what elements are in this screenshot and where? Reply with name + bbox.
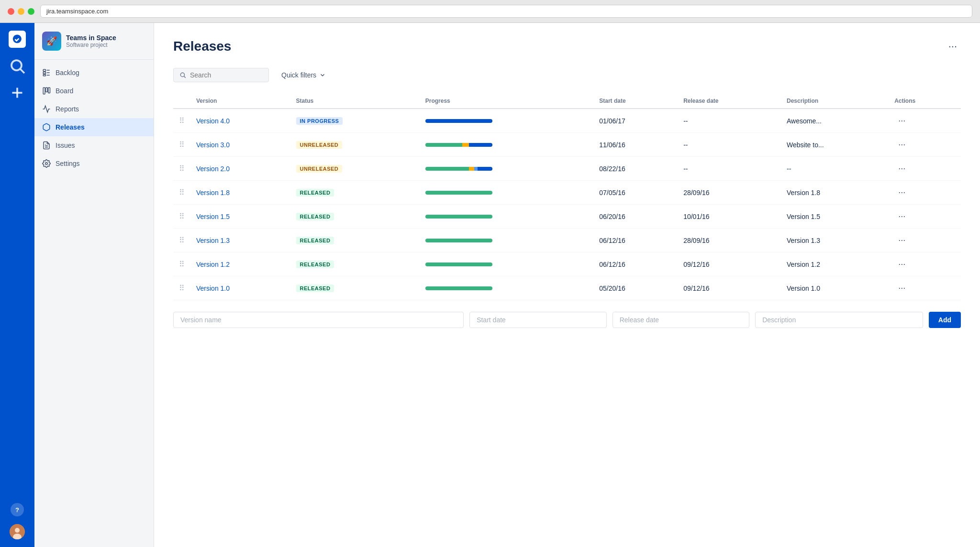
- svg-rect-7: [43, 69, 45, 71]
- status-badge: RELEASED: [290, 229, 420, 252]
- app-logo[interactable]: [9, 31, 26, 48]
- start-date: 06/20/16: [593, 205, 678, 229]
- row-actions[interactable]: ···: [889, 181, 961, 205]
- sidebar-item-backlog[interactable]: Backlog: [34, 64, 154, 82]
- row-actions[interactable]: ···: [889, 252, 961, 276]
- address-bar[interactable]: jira.teamsinspace.com: [40, 5, 972, 18]
- releases-table: Version Status Progress Start date Relea…: [173, 94, 961, 300]
- add-button[interactable]: Add: [929, 312, 961, 328]
- sidebar-item-board[interactable]: Board: [34, 82, 154, 100]
- col-actions: Actions: [889, 94, 961, 109]
- search-nav-icon[interactable]: [9, 57, 26, 75]
- col-version: Version: [190, 94, 290, 109]
- row-actions[interactable]: ···: [889, 205, 961, 229]
- release-date: 28/09/16: [678, 181, 781, 205]
- svg-rect-15: [48, 88, 50, 93]
- sidebar: 🚀 Teams in Space Software project Backlo…: [34, 23, 154, 547]
- svg-rect-13: [43, 88, 45, 94]
- table-row: ⠿Version 1.8RELEASED07/05/1628/09/16Vers…: [173, 181, 961, 205]
- release-date: --: [678, 157, 781, 181]
- sidebar-label-issues: Issues: [56, 142, 75, 149]
- description-text: Version 1.2: [781, 252, 889, 276]
- drag-handle[interactable]: ⠿: [173, 109, 190, 133]
- row-actions-button[interactable]: ···: [894, 139, 909, 151]
- sidebar-item-settings[interactable]: Settings: [34, 154, 154, 173]
- more-actions-button[interactable]: ···: [945, 38, 961, 55]
- row-actions[interactable]: ···: [889, 276, 961, 300]
- minimize-button[interactable]: [18, 8, 24, 15]
- create-nav-icon[interactable]: [9, 84, 26, 101]
- project-name: Teams in Space: [66, 34, 116, 42]
- version-name-input[interactable]: [173, 312, 464, 328]
- drag-handle[interactable]: ⠿: [173, 276, 190, 300]
- progress-bar: [420, 205, 594, 229]
- row-actions[interactable]: ···: [889, 229, 961, 252]
- search-input[interactable]: [190, 71, 263, 79]
- col-release-date: Release date: [678, 94, 781, 109]
- add-row: Add: [173, 308, 961, 332]
- start-date: 11/06/16: [593, 133, 678, 157]
- sidebar-item-reports[interactable]: Reports: [34, 100, 154, 118]
- start-date-input[interactable]: [469, 312, 607, 328]
- version-name[interactable]: Version 1.8: [190, 181, 290, 205]
- version-name[interactable]: Version 1.5: [190, 205, 290, 229]
- description-text: Version 1.8: [781, 181, 889, 205]
- row-actions-button[interactable]: ···: [894, 234, 909, 246]
- col-progress: Progress: [420, 94, 594, 109]
- version-name[interactable]: Version 4.0: [190, 109, 290, 133]
- status-badge: RELEASED: [290, 181, 420, 205]
- svg-rect-8: [43, 72, 45, 74]
- drag-handle[interactable]: ⠿: [173, 229, 190, 252]
- col-start-date: Start date: [593, 94, 678, 109]
- description-text: --: [781, 157, 889, 181]
- progress-bar: [420, 276, 594, 300]
- row-actions-button[interactable]: ···: [894, 115, 909, 127]
- version-name[interactable]: Version 3.0: [190, 133, 290, 157]
- project-icon: 🚀: [42, 32, 61, 51]
- browser-chrome: jira.teamsinspace.com: [0, 0, 980, 23]
- version-name[interactable]: Version 1.0: [190, 276, 290, 300]
- svg-line-1: [21, 69, 24, 73]
- help-button[interactable]: ?: [11, 503, 24, 516]
- status-badge: RELEASED: [290, 276, 420, 300]
- drag-handle[interactable]: ⠿: [173, 181, 190, 205]
- version-name[interactable]: Version 2.0: [190, 157, 290, 181]
- drag-handle[interactable]: ⠿: [173, 205, 190, 229]
- release-date: --: [678, 133, 781, 157]
- sidebar-item-releases[interactable]: Releases: [34, 118, 154, 136]
- table-row: ⠿Version 1.2RELEASED06/12/1609/12/16Vers…: [173, 252, 961, 276]
- row-actions-button[interactable]: ···: [894, 186, 909, 198]
- row-actions-button[interactable]: ···: [894, 163, 909, 175]
- drag-handle[interactable]: ⠿: [173, 157, 190, 181]
- search-box: [173, 68, 269, 82]
- project-info: Teams in Space Software project: [66, 34, 116, 48]
- row-actions[interactable]: ···: [889, 109, 961, 133]
- release-date: 09/12/16: [678, 276, 781, 300]
- row-actions-button[interactable]: ···: [894, 210, 909, 222]
- start-date: 06/12/16: [593, 229, 678, 252]
- drag-handle[interactable]: ⠿: [173, 252, 190, 276]
- progress-bar: [420, 133, 594, 157]
- release-date: --: [678, 109, 781, 133]
- close-button[interactable]: [8, 8, 14, 15]
- maximize-button[interactable]: [28, 8, 34, 15]
- progress-bar: [420, 229, 594, 252]
- sidebar-item-issues[interactable]: Issues: [34, 136, 154, 154]
- progress-bar: [420, 109, 594, 133]
- row-actions[interactable]: ···: [889, 133, 961, 157]
- user-avatar[interactable]: [10, 524, 25, 539]
- description-input[interactable]: [755, 312, 923, 328]
- toolbar: Quick filters: [173, 68, 961, 82]
- version-name[interactable]: Version 1.2: [190, 252, 290, 276]
- row-actions-button[interactable]: ···: [894, 258, 909, 270]
- quick-filters-label: Quick filters: [281, 71, 316, 79]
- page-title: Releases: [173, 39, 231, 54]
- release-date-input[interactable]: [612, 312, 750, 328]
- drag-handle[interactable]: ⠿: [173, 133, 190, 157]
- row-actions-button[interactable]: ···: [894, 282, 909, 294]
- row-actions[interactable]: ···: [889, 157, 961, 181]
- start-date: 01/06/17: [593, 109, 678, 133]
- version-name[interactable]: Version 1.3: [190, 229, 290, 252]
- status-badge: RELEASED: [290, 252, 420, 276]
- quick-filters-button[interactable]: Quick filters: [275, 68, 333, 82]
